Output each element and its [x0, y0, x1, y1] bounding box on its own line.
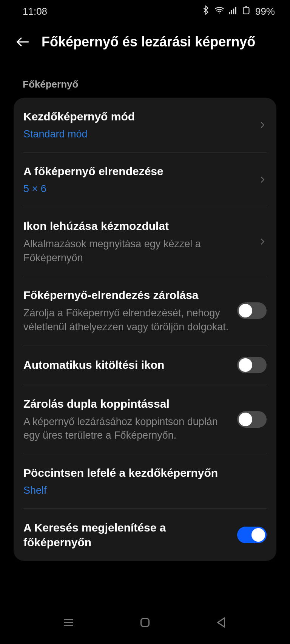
toggle-doubletap[interactable]	[237, 411, 267, 428]
back-button[interactable]	[15, 34, 30, 49]
svg-rect-3	[235, 7, 236, 14]
chevron-right-icon	[258, 121, 267, 129]
row-title: Zárolás dupla koppintással	[23, 396, 230, 411]
bluetooth-icon	[201, 5, 211, 18]
svg-rect-4	[243, 7, 249, 14]
row-lock-layout: Főképernyő-elrendezés zárolása Zárolja a…	[23, 276, 267, 345]
row-title: Kezdőképernyő mód	[23, 109, 251, 124]
row-desc: Alkalmazások megnyitása egy kézzel a Fők…	[23, 237, 251, 265]
row-desc: A képernyő lezárásához koppintson duplán…	[23, 415, 230, 442]
row-swipe-down[interactable]: Pöccintsen lefelé a kezdőképernyőn Shelf	[23, 454, 267, 509]
status-icons: 99%	[201, 5, 275, 18]
row-title: Főképernyő-elrendezés zárolása	[23, 288, 230, 302]
section-label-home: Főképernyő	[0, 57, 290, 98]
row-doubletap-lock: Zárolás dupla koppintással A képernyő le…	[23, 385, 267, 454]
svg-rect-0	[229, 12, 230, 14]
chevron-right-icon	[258, 237, 267, 246]
svg-rect-5	[245, 6, 247, 7]
home-button[interactable]	[138, 616, 152, 631]
row-title: A főképernyő elrendezése	[23, 164, 251, 179]
settings-card: Kezdőképernyő mód Standard mód A főképer…	[14, 98, 276, 561]
system-nav-bar	[0, 602, 290, 644]
row-home-mode[interactable]: Kezdőképernyő mód Standard mód	[23, 98, 267, 153]
svg-marker-11	[218, 618, 224, 627]
svg-rect-2	[233, 8, 234, 14]
row-title: Ikon lehúzása kézmozdulat	[23, 219, 251, 233]
toggle-autofill[interactable]	[237, 357, 267, 373]
signal-icon	[228, 5, 238, 18]
row-value: 5 × 6	[23, 182, 251, 196]
header: Főképernyő és lezárási képernyő	[0, 23, 290, 57]
back-nav-button[interactable]	[215, 616, 228, 631]
row-home-layout[interactable]: A főképernyő elrendezése 5 × 6	[23, 153, 267, 207]
page-title: Főképernyő és lezárási képernyő	[42, 34, 255, 50]
battery-icon	[242, 5, 251, 18]
chevron-right-icon	[258, 176, 267, 184]
svg-rect-1	[231, 10, 232, 14]
row-title: A Keresés megjelenítése a főképernyőn	[23, 520, 230, 550]
toggle-search[interactable]	[237, 527, 267, 543]
svg-rect-10	[141, 619, 149, 627]
row-value: Shelf	[23, 484, 267, 497]
row-title: Pöccintsen lefelé a kezdőképernyőn	[23, 465, 267, 480]
battery-percent: 99%	[255, 6, 275, 17]
row-desc: Zárolja a Főképernyő elrendezését, nehog…	[23, 306, 230, 334]
row-autofill-icon: Automatikus kitöltési ikon	[23, 345, 267, 385]
row-title: Automatikus kitöltési ikon	[23, 357, 230, 372]
row-icon-pulldown[interactable]: Ikon lehúzása kézmozdulat Alkalmazások m…	[23, 207, 267, 276]
status-bar: 11:08 99%	[0, 0, 290, 23]
row-value: Standard mód	[23, 128, 251, 141]
row-show-search: A Keresés megjelenítése a főképernyőn	[23, 509, 267, 561]
wifi-icon	[214, 5, 224, 18]
status-time: 11:08	[23, 6, 47, 17]
recent-apps-button[interactable]	[62, 616, 75, 631]
toggle-lock-layout[interactable]	[237, 302, 267, 319]
